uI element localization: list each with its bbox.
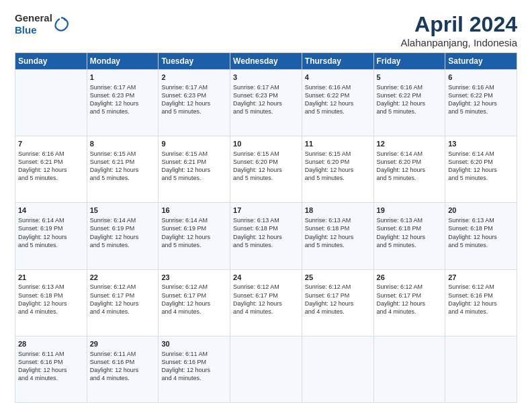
table-row: 9Sunrise: 6:15 AM Sunset: 6:21 PM Daylig…	[159, 136, 230, 203]
day-info: Sunrise: 6:14 AM Sunset: 6:20 PM Dayligh…	[448, 150, 514, 183]
day-info: Sunrise: 6:17 AM Sunset: 6:23 PM Dayligh…	[233, 83, 299, 116]
day-info: Sunrise: 6:17 AM Sunset: 6:23 PM Dayligh…	[90, 83, 156, 116]
table-row	[373, 336, 445, 402]
day-number: 10	[233, 139, 299, 149]
logo-icon	[54, 17, 69, 32]
table-row: 27Sunrise: 6:12 AM Sunset: 6:16 PM Dayli…	[445, 269, 517, 336]
day-number: 27	[448, 273, 514, 283]
day-number: 4	[305, 73, 371, 83]
day-number: 7	[18, 139, 84, 149]
table-row: 25Sunrise: 6:12 AM Sunset: 6:17 PM Dayli…	[302, 269, 373, 336]
col-monday: Monday	[87, 53, 159, 70]
day-number: 30	[161, 339, 227, 349]
table-row: 21Sunrise: 6:13 AM Sunset: 6:18 PM Dayli…	[15, 269, 87, 336]
day-number: 24	[233, 273, 299, 283]
day-number: 23	[161, 273, 227, 283]
day-info: Sunrise: 6:14 AM Sunset: 6:19 PM Dayligh…	[90, 216, 156, 249]
day-info: Sunrise: 6:15 AM Sunset: 6:20 PM Dayligh…	[233, 150, 299, 183]
day-info: Sunrise: 6:14 AM Sunset: 6:19 PM Dayligh…	[161, 216, 227, 249]
table-row: 13Sunrise: 6:14 AM Sunset: 6:20 PM Dayli…	[445, 136, 517, 203]
day-info: Sunrise: 6:12 AM Sunset: 6:17 PM Dayligh…	[90, 283, 156, 316]
day-info: Sunrise: 6:15 AM Sunset: 6:20 PM Dayligh…	[305, 150, 371, 183]
title-block: April 2024 Alahanpanjang, Indonesia	[401, 12, 517, 48]
table-row: 2Sunrise: 6:17 AM Sunset: 6:23 PM Daylig…	[159, 70, 230, 136]
table-row: 5Sunrise: 6:16 AM Sunset: 6:22 PM Daylig…	[373, 70, 445, 136]
day-number: 26	[377, 273, 443, 283]
day-number: 22	[90, 273, 156, 283]
table-row: 18Sunrise: 6:13 AM Sunset: 6:18 PM Dayli…	[302, 203, 373, 269]
day-info: Sunrise: 6:16 AM Sunset: 6:22 PM Dayligh…	[305, 83, 371, 116]
day-info: Sunrise: 6:13 AM Sunset: 6:18 PM Dayligh…	[377, 216, 443, 249]
day-number: 14	[18, 205, 84, 216]
day-info: Sunrise: 6:13 AM Sunset: 6:18 PM Dayligh…	[305, 216, 371, 249]
table-row: 8Sunrise: 6:15 AM Sunset: 6:21 PM Daylig…	[87, 136, 159, 203]
day-number: 15	[90, 205, 156, 216]
table-row	[15, 70, 87, 136]
day-number: 28	[18, 339, 84, 349]
table-row: 4Sunrise: 6:16 AM Sunset: 6:22 PM Daylig…	[302, 70, 373, 136]
logo: General Blue	[15, 12, 69, 36]
day-number: 21	[18, 273, 84, 283]
col-friday: Friday	[373, 53, 445, 70]
day-info: Sunrise: 6:16 AM Sunset: 6:21 PM Dayligh…	[18, 150, 84, 183]
day-number: 29	[90, 339, 156, 349]
day-info: Sunrise: 6:14 AM Sunset: 6:20 PM Dayligh…	[377, 150, 443, 183]
day-info: Sunrise: 6:15 AM Sunset: 6:21 PM Dayligh…	[90, 150, 156, 183]
day-number: 2	[161, 73, 227, 83]
table-row: 26Sunrise: 6:12 AM Sunset: 6:17 PM Dayli…	[373, 269, 445, 336]
day-number: 3	[233, 73, 299, 83]
table-row: 1Sunrise: 6:17 AM Sunset: 6:23 PM Daylig…	[87, 70, 159, 136]
day-number: 5	[377, 73, 443, 83]
day-number: 20	[448, 205, 514, 216]
main-title: April 2024	[401, 12, 517, 37]
day-info: Sunrise: 6:12 AM Sunset: 6:17 PM Dayligh…	[305, 283, 371, 316]
day-info: Sunrise: 6:16 AM Sunset: 6:22 PM Dayligh…	[377, 83, 443, 116]
day-info: Sunrise: 6:13 AM Sunset: 6:18 PM Dayligh…	[448, 216, 514, 249]
day-info: Sunrise: 6:12 AM Sunset: 6:16 PM Dayligh…	[448, 283, 514, 316]
logo-blue: Blue	[15, 24, 37, 36]
day-number: 9	[161, 139, 227, 149]
header: General Blue April 2024 Alahanpanjang, I…	[15, 12, 517, 48]
table-row: 29Sunrise: 6:11 AM Sunset: 6:16 PM Dayli…	[87, 336, 159, 402]
day-info: Sunrise: 6:14 AM Sunset: 6:19 PM Dayligh…	[18, 216, 84, 249]
table-row: 10Sunrise: 6:15 AM Sunset: 6:20 PM Dayli…	[230, 136, 302, 203]
col-saturday: Saturday	[445, 53, 517, 70]
day-number: 18	[305, 205, 371, 216]
day-number: 1	[90, 73, 156, 83]
day-info: Sunrise: 6:12 AM Sunset: 6:17 PM Dayligh…	[233, 283, 299, 316]
day-info: Sunrise: 6:17 AM Sunset: 6:23 PM Dayligh…	[161, 83, 227, 116]
day-number: 12	[377, 139, 443, 149]
table-row: 16Sunrise: 6:14 AM Sunset: 6:19 PM Dayli…	[159, 203, 230, 269]
table-row: 17Sunrise: 6:13 AM Sunset: 6:18 PM Dayli…	[230, 203, 302, 269]
table-row: 22Sunrise: 6:12 AM Sunset: 6:17 PM Dayli…	[87, 269, 159, 336]
day-info: Sunrise: 6:16 AM Sunset: 6:22 PM Dayligh…	[448, 83, 514, 116]
table-row: 7Sunrise: 6:16 AM Sunset: 6:21 PM Daylig…	[15, 136, 87, 203]
logo-general: General	[15, 12, 52, 24]
table-row	[230, 336, 302, 402]
day-info: Sunrise: 6:11 AM Sunset: 6:16 PM Dayligh…	[161, 350, 227, 383]
table-row: 23Sunrise: 6:12 AM Sunset: 6:17 PM Dayli…	[159, 269, 230, 336]
day-number: 16	[161, 205, 227, 216]
day-number: 11	[305, 139, 371, 149]
day-info: Sunrise: 6:11 AM Sunset: 6:16 PM Dayligh…	[90, 350, 156, 383]
calendar-table: Sunday Monday Tuesday Wednesday Thursday…	[15, 52, 517, 403]
col-tuesday: Tuesday	[159, 53, 230, 70]
table-row: 15Sunrise: 6:14 AM Sunset: 6:19 PM Dayli…	[87, 203, 159, 269]
day-number: 25	[305, 273, 371, 283]
col-wednesday: Wednesday	[230, 53, 302, 70]
day-number: 8	[90, 139, 156, 149]
day-number: 17	[233, 205, 299, 216]
table-row: 6Sunrise: 6:16 AM Sunset: 6:22 PM Daylig…	[445, 70, 517, 136]
day-info: Sunrise: 6:12 AM Sunset: 6:17 PM Dayligh…	[377, 283, 443, 316]
table-row: 3Sunrise: 6:17 AM Sunset: 6:23 PM Daylig…	[230, 70, 302, 136]
table-row: 14Sunrise: 6:14 AM Sunset: 6:19 PM Dayli…	[15, 203, 87, 269]
day-info: Sunrise: 6:13 AM Sunset: 6:18 PM Dayligh…	[233, 216, 299, 249]
day-number: 13	[448, 139, 514, 149]
table-row: 30Sunrise: 6:11 AM Sunset: 6:16 PM Dayli…	[159, 336, 230, 402]
day-number: 19	[377, 205, 443, 216]
day-info: Sunrise: 6:11 AM Sunset: 6:16 PM Dayligh…	[18, 350, 84, 383]
day-info: Sunrise: 6:13 AM Sunset: 6:18 PM Dayligh…	[18, 283, 84, 316]
day-number: 6	[448, 73, 514, 83]
logo-text: General Blue	[15, 12, 52, 36]
table-row: 12Sunrise: 6:14 AM Sunset: 6:20 PM Dayli…	[373, 136, 445, 203]
